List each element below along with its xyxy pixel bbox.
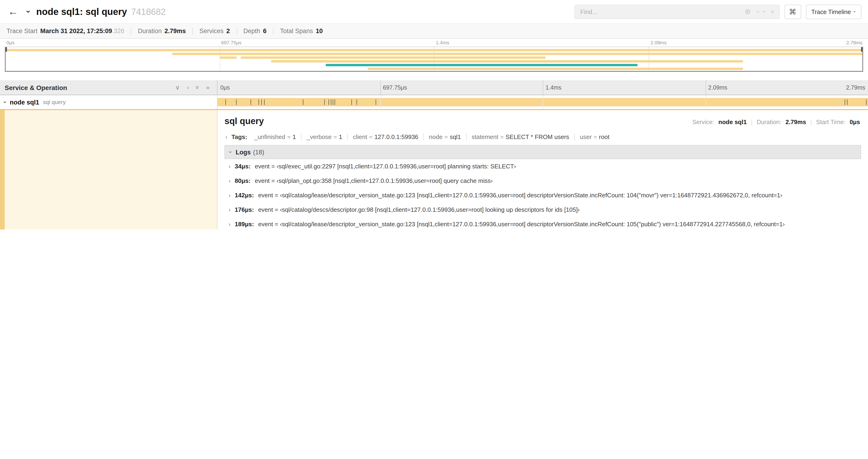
start-time-value: 0μs [849, 119, 860, 126]
tag-equals: = [442, 133, 450, 140]
tag-key: _verbose [307, 133, 332, 140]
tag-equals: = [332, 133, 339, 140]
log-event-text: event = ‹sql/catalog/descs/descriptor.go… [258, 206, 580, 213]
prev-match-icon[interactable]: › [754, 10, 761, 12]
span-operation-name: sql query [43, 99, 66, 105]
chevron-right-icon: › [229, 221, 230, 228]
span-log-marker [329, 99, 329, 105]
span-log-marker [351, 99, 352, 105]
zoom-to-matches-icon[interactable]: ⊕ [745, 8, 751, 15]
logs-accordion-header[interactable]: › Logs (18) [224, 145, 861, 159]
log-row[interactable]: ›80μs:event = ‹sql/plan_opt.go:358 [nsql… [224, 173, 861, 188]
log-row[interactable]: ›142μs:event = ‹sql/catalog/lease/descri… [224, 188, 861, 202]
tags-accordion[interactable]: › Tags: _unfinished=1_verbose=1client=12… [224, 131, 861, 145]
summary-item: Depth6 [236, 28, 273, 35]
timeline-tick-label: 697.75μs [380, 84, 407, 91]
minimap[interactable] [5, 47, 863, 72]
tags-label: Tags: [231, 133, 247, 140]
trace-id: 7418682 [131, 7, 166, 17]
timeline-gridline [543, 95, 543, 109]
tag-key: node [429, 133, 443, 140]
span-timeline-cell[interactable] [217, 95, 868, 109]
tag-equals: = [285, 133, 292, 140]
timeline-column-headers: Service & Operation ∨›»» 0μs697.75μs1.4m… [0, 80, 868, 95]
summary-item-label: Services [199, 28, 224, 35]
next-match-icon[interactable]: › [761, 10, 768, 12]
service-operation-header: Service & Operation ∨›»» [0, 80, 217, 95]
log-timestamp: 176μs: [235, 206, 254, 213]
tag-value: root [599, 133, 610, 140]
timeline-gridline [705, 95, 706, 109]
span-collapse-chevron-icon[interactable]: › [2, 101, 8, 103]
tag-value: sql1 [450, 133, 461, 140]
span-log-marker [258, 99, 259, 105]
divider: | [810, 119, 812, 126]
span-detail-header: sql query Service: node sql1 | Duration:… [224, 114, 861, 131]
timeline-gridline [705, 80, 706, 95]
tag-pair: node=sql1 [424, 133, 466, 140]
log-row[interactable]: ›176μs:event = ‹sql/catalog/descs/descri… [224, 202, 861, 217]
tag-pair: _unfinished=1 [249, 133, 301, 140]
expand-one-icon[interactable]: › [187, 84, 189, 91]
summary-item-value-fraction: .326 [112, 28, 124, 35]
summary-item-value: 10 [316, 28, 323, 35]
log-row[interactable]: ›189μs:event = ‹sql/catalog/lease/descri… [224, 217, 861, 230]
timeline-tick-label: 2.09ms [705, 84, 727, 91]
span-detail-title: sql query [224, 116, 264, 126]
summary-item-label: Duration [138, 28, 162, 35]
duration-label: Duration: [757, 119, 781, 126]
trace-view-selector[interactable]: Trace Timeline › [806, 4, 862, 19]
timeline-tick-label: 1.4ms [543, 84, 561, 91]
trace-timeline-view: ← › node sql1: sql query7418682 ⊕ › › × … [0, 0, 868, 230]
timeline-tick-label: 697.75μs [219, 40, 242, 45]
minimap-section: 0μs697.75μs1.4ms2.09ms2.79ms [0, 39, 868, 72]
collapse-one-icon[interactable]: ∨ [175, 84, 180, 91]
span-log-marker [333, 99, 334, 105]
log-row[interactable]: ›34μs:event = ‹sql/exec_util.go:2297 [ns… [224, 159, 861, 173]
minimap-span-bar [271, 60, 743, 63]
keyboard-shortcuts-button[interactable]: ⌘ [784, 4, 801, 19]
summary-item: Duration2.79ms [131, 28, 192, 35]
clear-search-icon[interactable]: × [771, 8, 774, 15]
find-input[interactable] [579, 8, 739, 15]
log-timestamp: 142μs: [235, 192, 254, 199]
chevron-right-icon: › [229, 192, 230, 199]
span-log-marker [261, 99, 262, 105]
minimap-tick-labels: 0μs697.75μs1.4ms2.09ms2.79ms [5, 39, 863, 47]
summary-item: Trace StartMarch 31 2022, 17:25:09.326 [6, 28, 131, 35]
trace-collapse-chevron-icon[interactable]: › [24, 10, 33, 13]
back-button[interactable]: ← [6, 6, 20, 18]
span-log-marker [331, 99, 331, 105]
logs-label: Logs [236, 149, 251, 156]
summary-item-value: 2.79ms [164, 28, 186, 35]
span-log-marker [357, 99, 357, 105]
chevron-right-icon: › [229, 207, 230, 213]
collapse-all-icon[interactable]: » [194, 86, 201, 89]
expand-all-icon[interactable]: » [206, 84, 210, 91]
timeline-tick-label: 2.09ms [649, 40, 666, 45]
minimap-right-scrubber[interactable] [862, 47, 863, 71]
summary-item-value: 2 [226, 28, 230, 35]
collapse-expand-controls: ∨›»» [175, 84, 212, 91]
span-row[interactable]: › node sql1 sql query [0, 95, 868, 109]
minimap-left-scrubber[interactable] [5, 47, 6, 71]
span-log-marker [847, 99, 847, 105]
tag-key: client [353, 133, 367, 140]
log-timestamp: 189μs: [235, 221, 254, 228]
span-log-marker [225, 99, 226, 105]
summary-item: Total Spans10 [273, 28, 329, 35]
tag-value: 127.0.0.1:59936 [374, 133, 418, 140]
timeline-ruler: 0μs697.75μs1.4ms2.09ms2.79ms [217, 80, 868, 95]
span-log-marker [251, 99, 251, 105]
tag-equals: = [592, 133, 599, 140]
chevron-right-icon: › [225, 134, 227, 140]
timeline-gridline [380, 95, 380, 109]
find-box: ⊕ › › × [574, 4, 780, 19]
chevron-down-icon: › [227, 151, 234, 153]
span-name-cell[interactable]: › node sql1 sql query [0, 95, 217, 109]
tag-pair: _verbose=1 [301, 133, 347, 140]
timeline-tick-label: 2.79ms [846, 40, 862, 45]
timeline-tick-label: 0μs [5, 40, 14, 45]
summary-item-label: Total Spans [280, 28, 313, 35]
tag-key: _unfinished [254, 133, 285, 140]
